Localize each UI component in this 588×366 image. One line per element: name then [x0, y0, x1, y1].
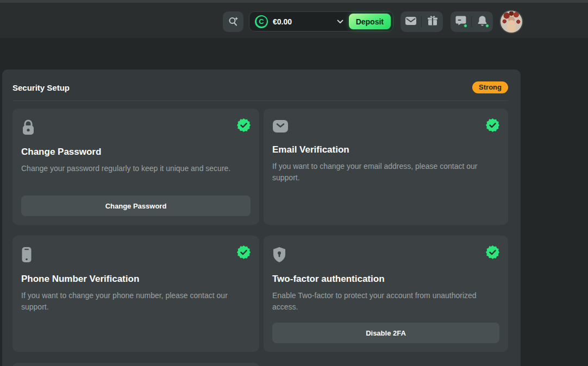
chat-notification-dot — [464, 24, 467, 28]
mail-button[interactable] — [401, 11, 421, 32]
card-title: Two-factor authentication — [272, 274, 499, 285]
gift-button[interactable] — [422, 11, 443, 32]
phone-icon — [21, 247, 32, 263]
card-email-verification: Email Verification If you want to change… — [264, 109, 508, 225]
strength-status-badge: Strong — [472, 81, 508, 93]
mail-icon — [272, 119, 289, 134]
change-password-button[interactable]: Change Password — [21, 195, 251, 216]
bell-notification-dot — [485, 24, 489, 28]
chevron-down-icon — [337, 20, 343, 24]
card-phone-verification: Phone Number Verification If you want to… — [12, 236, 259, 352]
notifications-button[interactable] — [472, 11, 493, 32]
card-description: Enable Two-factor to protect your accoun… — [272, 290, 495, 313]
mail-icon — [405, 16, 417, 28]
card-title: Phone Number Verification — [21, 274, 251, 285]
verified-check-icon — [486, 118, 499, 132]
search-icon — [227, 15, 239, 29]
security-cards-grid: Change Password Change your password reg… — [12, 109, 508, 352]
divider — [12, 100, 508, 101]
security-setup-panel: Security Setup Strong Change Password Ch… — [2, 70, 521, 366]
card-title: Email Verification — [272, 144, 499, 155]
balance-amount: €0.00 — [273, 17, 292, 26]
chat-button[interactable] — [451, 11, 471, 32]
profile-avatar[interactable] — [499, 10, 523, 34]
card-description: If you want to change your phone number,… — [21, 290, 244, 313]
search-button[interactable] — [223, 11, 243, 32]
card-description: Change your password regularly to keep i… — [21, 163, 244, 174]
disable-2fa-button[interactable]: Disable 2FA — [272, 323, 499, 343]
gift-icon — [427, 15, 438, 28]
coin-icon: C — [255, 15, 268, 28]
card-two-factor: Two-factor authentication Enable Two-fac… — [264, 236, 508, 352]
card-partial-next-row — [12, 363, 259, 366]
balance-selector[interactable]: C €0.00 Deposit — [249, 11, 393, 31]
lock-icon — [21, 119, 35, 136]
verified-check-icon — [237, 118, 251, 132]
shield-icon — [272, 247, 286, 263]
avatar — [501, 11, 522, 33]
chat-bell-group — [451, 11, 493, 32]
verified-check-icon — [237, 245, 251, 259]
card-description: If you want to change your email address… — [272, 161, 495, 184]
top-navbar: C €0.00 Deposit — [0, 3, 588, 38]
card-change-password: Change Password Change your password reg… — [12, 109, 259, 225]
mail-gift-group — [401, 11, 443, 32]
card-title: Change Password — [21, 147, 251, 157]
page-title: Security Setup — [12, 83, 70, 92]
coin-symbol: C — [257, 16, 267, 27]
deposit-button[interactable]: Deposit — [349, 14, 391, 29]
verified-check-icon — [486, 245, 499, 259]
